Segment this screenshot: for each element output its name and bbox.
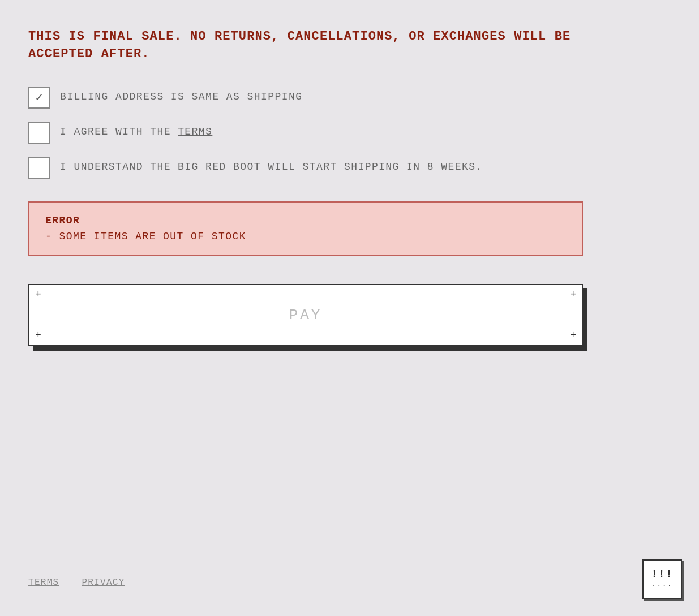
footer-links: TERMS PRIVACY (28, 578, 125, 588)
pay-button-wrapper: + + + + PAY (28, 284, 583, 346)
footer-privacy-link[interactable]: PRIVACY (82, 578, 125, 588)
agree-terms-row: I AGREE WITH THE TERMS (28, 121, 671, 144)
help-button[interactable]: !!! ···· (642, 559, 682, 599)
corner-top-right: + (570, 290, 576, 300)
footer-terms-link[interactable]: TERMS (28, 578, 59, 588)
corner-top-left: + (35, 290, 41, 300)
billing-same-label: BILLING ADDRESS IS SAME AS SHIPPING (60, 86, 302, 104)
pay-label: PAY (289, 307, 323, 324)
checkboxes-section: BILLING ADDRESS IS SAME AS SHIPPING I AG… (28, 86, 671, 179)
corner-bottom-right: + (570, 330, 576, 341)
pay-button[interactable]: + + + + PAY (28, 284, 583, 346)
understand-shipping-checkbox[interactable] (28, 157, 50, 179)
help-exclamations: !!! (651, 568, 673, 580)
help-dots: ···· (652, 582, 673, 590)
understand-shipping-label: I UNDERSTAND THE BIG RED BOOT WILL START… (60, 156, 483, 174)
terms-inline-link[interactable]: TERMS (178, 126, 212, 137)
agree-terms-label: I AGREE WITH THE TERMS (60, 121, 212, 139)
agree-terms-text-before: I AGREE WITH THE (60, 126, 178, 137)
billing-address-row: BILLING ADDRESS IS SAME AS SHIPPING (28, 86, 671, 109)
error-title: ERROR (45, 215, 566, 226)
error-message: - SOME ITEMS ARE OUT OF STOCK (45, 231, 566, 242)
agree-terms-checkbox[interactable] (28, 122, 50, 144)
final-sale-notice: THIS IS FINAL SALE. NO RETURNS, CANCELLA… (28, 28, 583, 63)
understand-shipping-row: I UNDERSTAND THE BIG RED BOOT WILL START… (28, 156, 671, 179)
corner-bottom-left: + (35, 330, 41, 341)
error-box: ERROR - SOME ITEMS ARE OUT OF STOCK (28, 201, 583, 256)
billing-same-checkbox[interactable] (28, 87, 50, 109)
